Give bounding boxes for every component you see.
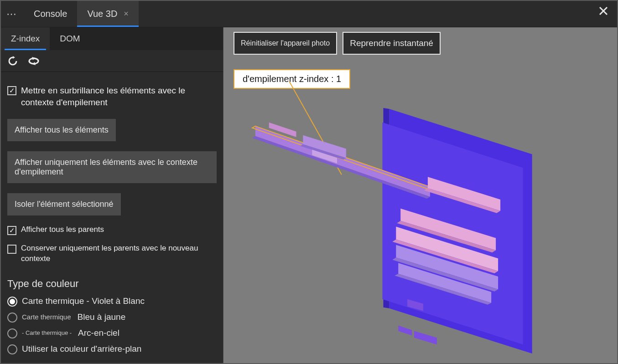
close-tab-icon[interactable]: ×: [124, 9, 129, 19]
content-area: Z-index DOM: [1, 27, 617, 363]
tab-vue-3d[interactable]: Vue 3D ×: [77, 1, 138, 27]
checkbox-label: Afficher tous les parents: [21, 225, 104, 235]
radio-label-pre: Carte thermique: [22, 313, 71, 321]
svg-marker-28: [414, 331, 437, 344]
checkbox-icon: ✓: [7, 86, 16, 95]
sidebar: Z-index DOM: [1, 27, 223, 363]
sub-tab-bar: Z-index DOM: [1, 27, 223, 50]
3d-scene: [223, 27, 617, 363]
tab-console[interactable]: Console: [24, 1, 77, 27]
isolate-selected-button[interactable]: Isoler l'élément sélectionné: [7, 193, 121, 215]
tab-label: Console: [34, 9, 67, 19]
rotate-button[interactable]: [26, 54, 41, 68]
close-panel-icon[interactable]: [596, 5, 611, 20]
radio-icon: [7, 297, 17, 307]
sidebar-toolbar: [1, 50, 223, 72]
rotate-icon: [27, 56, 40, 67]
top-tab-bar: ⋯ Console Vue 3D ×: [1, 1, 617, 27]
refresh-icon: [7, 56, 18, 67]
settings-panel: ✓ Mettre en surbrillance les éléments av…: [1, 72, 223, 363]
color-type-heading: Type de couleur: [7, 278, 217, 290]
radio-icon: [7, 313, 17, 323]
subtab-label: DOM: [60, 34, 80, 44]
subtab-label: Z-index: [11, 34, 40, 44]
3d-viewport[interactable]: Réinitialiser l'appareil photo Reprendre…: [223, 27, 617, 363]
radio-background-color[interactable]: Utiliser la couleur d'arrière-plan: [7, 343, 217, 354]
x-icon: [598, 6, 608, 16]
checkbox-label: Conserver uniquement les parents avec le…: [21, 243, 217, 264]
more-menu-icon[interactable]: ⋯: [1, 8, 24, 20]
subtab-dom[interactable]: DOM: [50, 27, 90, 50]
radio-bleu-jaune[interactable]: Carte thermique Bleu à jaune: [7, 311, 217, 323]
refresh-button[interactable]: [5, 54, 20, 68]
radio-label: Carte thermique - Violet à Blanc: [22, 296, 145, 306]
subtab-zindex[interactable]: Z-index: [1, 27, 50, 50]
svg-marker-27: [398, 325, 412, 335]
checkbox-highlight-stacking[interactable]: ✓ Mettre en surbrillance les éléments av…: [7, 85, 217, 108]
checkbox-icon: [7, 245, 16, 254]
show-all-elements-button[interactable]: Afficher tous les éléments: [7, 119, 116, 141]
tab-label: Vue 3D: [87, 9, 117, 19]
radio-icon: [7, 344, 17, 354]
show-only-stacking-button[interactable]: Afficher uniquement les éléments avec le…: [7, 151, 217, 183]
radio-arc-en-ciel[interactable]: - Carte thermique - Arc-en-ciel: [7, 327, 217, 338]
radio-icon: [7, 328, 17, 338]
radio-label: Bleu à jaune: [78, 312, 126, 322]
radio-label: Utiliser la couleur d'arrière-plan: [22, 344, 141, 354]
checkbox-label: Mettre en surbrillance les éléments avec…: [21, 85, 217, 108]
radio-label-pre: - Carte thermique -: [22, 329, 72, 336]
radio-violet-blanc[interactable]: Carte thermique - Violet à Blanc: [7, 295, 217, 307]
checkbox-keep-parents-new-context[interactable]: Conserver uniquement les parents avec le…: [7, 243, 217, 264]
checkbox-icon: ✓: [7, 226, 16, 235]
radio-label: Arc-en-ciel: [78, 328, 119, 338]
top-tabs: Console Vue 3D ×: [24, 1, 139, 27]
checkbox-show-all-parents[interactable]: ✓ Afficher tous les parents: [7, 225, 217, 235]
svg-marker-2: [13, 56, 15, 59]
